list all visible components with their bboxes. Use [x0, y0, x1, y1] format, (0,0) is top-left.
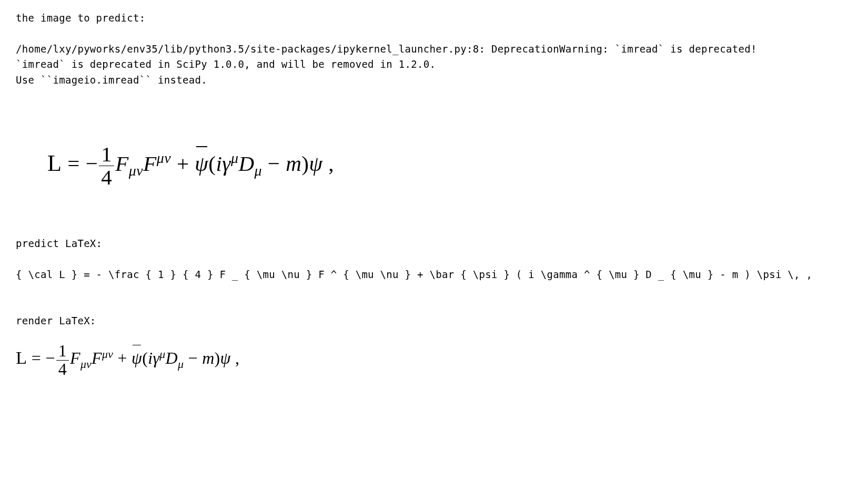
deprecation-warning-line2: `imread` is deprecated in SciPy 1.0.0, a…	[16, 57, 852, 72]
render-latex-label: render LaTeX:	[16, 313, 852, 329]
symbol-psi-bar: ψ	[195, 147, 208, 181]
predicted-latex-source: { \cal L } = - \frac { 1 } { 4 } F _ { \…	[16, 267, 852, 282]
symbol-psi-bar-rendered: ψ	[132, 345, 142, 372]
deprecation-warning-line1: /home/lxy/pyworks/env35/lib/python3.5/si…	[16, 42, 852, 57]
input-formula-image: L = −14FμνFμν + ψ(iγμDμ − m)ψ ,	[16, 127, 852, 194]
symbol-cal-L-rendered: L	[16, 347, 27, 367]
image-predict-label: the image to predict:	[16, 11, 852, 26]
predict-latex-label: predict LaTeX:	[16, 236, 852, 251]
rendered-latex-formula: L = −14FμνFμν + ψ(iγμDμ − m)ψ ,	[16, 329, 852, 383]
deprecation-warning-line3: Use ``imageio.imread`` instead.	[16, 73, 852, 88]
symbol-cal-L: L	[47, 150, 62, 176]
